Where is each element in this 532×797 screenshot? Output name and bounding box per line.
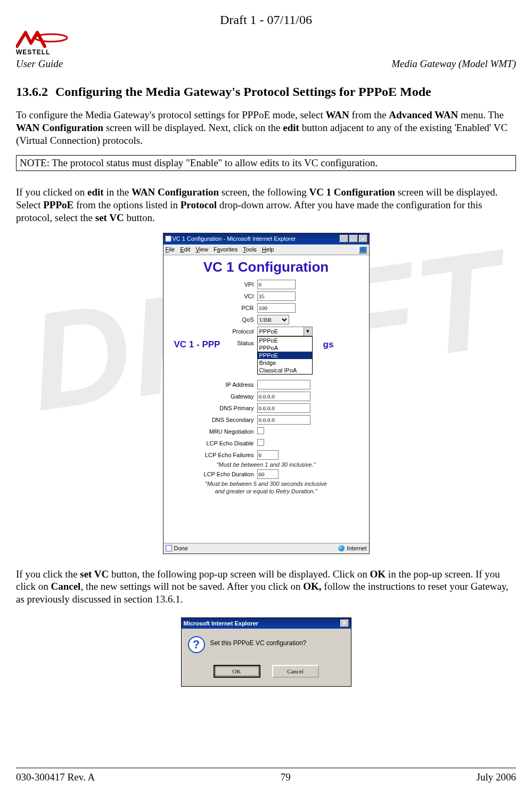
- cancel-button[interactable]: Cancel: [272, 665, 319, 678]
- label-ip: IP Address: [167, 381, 257, 388]
- paragraph-1: To configure the Media Gateway's protoco…: [16, 109, 516, 147]
- label-vci: VCI: [167, 293, 257, 299]
- heading-title: Configuring the Media Gateway's Protocol…: [55, 85, 431, 99]
- ie-window: VC 1 Configuration - Microsoft Internet …: [163, 233, 370, 554]
- protocol-option-selected[interactable]: PPPoE: [258, 352, 312, 359]
- paragraph-3: If you click the set VC button, the foll…: [16, 568, 516, 606]
- minimize-button[interactable]: _: [340, 235, 348, 242]
- heading-number: 13.6.2: [16, 85, 48, 99]
- input-dns1[interactable]: [257, 403, 310, 413]
- menu-tools[interactable]: Tools: [243, 246, 257, 254]
- checkbox-mru[interactable]: [257, 427, 264, 434]
- confirm-popup: Microsoft Internet Explorer × ? Set this…: [181, 617, 351, 687]
- menu-file[interactable]: File: [166, 246, 175, 254]
- brand-block: WESTELL User Guide: [16, 30, 75, 70]
- menu-edit[interactable]: Edit: [180, 246, 190, 254]
- protocol-option[interactable]: Bridge: [258, 359, 312, 367]
- draft-header: Draft 1 - 07/11/06: [16, 13, 516, 27]
- globe-icon: [338, 545, 345, 551]
- user-guide-label: User Guide: [16, 58, 63, 70]
- hint-duration-2: and greater or equal to Retry Duration.": [167, 487, 366, 495]
- footer-rev: 030-300417 Rev. A: [16, 771, 95, 783]
- label-dns2: DNS Secondary: [167, 417, 257, 423]
- maximize-button[interactable]: □: [349, 235, 358, 242]
- menu-view[interactable]: View: [195, 246, 208, 254]
- protocol-option[interactable]: PPPoE: [258, 337, 312, 344]
- done-icon: [166, 545, 172, 551]
- paragraph-2: If you clicked on edit in the WAN Config…: [16, 186, 516, 224]
- popup-close-button[interactable]: ×: [340, 620, 349, 627]
- protocol-option[interactable]: Classical IPoA: [258, 367, 312, 374]
- input-pcr[interactable]: [257, 303, 296, 313]
- footer-page: 79: [281, 771, 291, 783]
- label-mru: MRU Negotiation: [167, 428, 257, 435]
- footer-date: July 2006: [477, 771, 516, 783]
- input-vci[interactable]: [257, 291, 296, 301]
- label-lcp-disable: LCP Echo Disable: [167, 440, 257, 446]
- ok-button[interactable]: OK: [214, 665, 260, 678]
- select-protocol[interactable]: PPPoE▼ PPPoE PPPoA PPPoE Bridge Classica…: [257, 327, 313, 336]
- protocol-option[interactable]: PPPoA: [258, 344, 312, 352]
- page-icon: [165, 235, 171, 242]
- label-lcp-failures: LCP Echo Failures: [167, 452, 257, 458]
- protocol-dropdown-list[interactable]: PPPoE PPPoA PPPoE Bridge Classical IPoA: [257, 336, 313, 375]
- checkbox-lcp-disable[interactable]: [257, 439, 264, 446]
- status-bar: Done Internet: [163, 543, 369, 554]
- note-box: NOTE: The protocol status must display "…: [16, 155, 516, 171]
- status-done: Done: [174, 545, 188, 551]
- vc-subtitle-overlay: VC 1 - PPPgs: [174, 339, 220, 350]
- menu-favorites[interactable]: Favorites: [214, 246, 238, 254]
- input-lcp-duration[interactable]: [257, 469, 279, 479]
- menu-help[interactable]: Help: [262, 246, 274, 254]
- brand-text: WESTELL: [16, 48, 50, 56]
- label-lcp-duration: LCP Echo Duration: [167, 471, 257, 477]
- ie-flag-icon: 🟦: [358, 246, 367, 254]
- question-icon: ?: [188, 636, 205, 653]
- window-title: VC 1 Configuration - Microsoft Internet …: [171, 235, 340, 242]
- hint-duration-1: "Must be between 5 and 300 seconds inclu…: [167, 480, 366, 487]
- input-vpi[interactable]: [257, 280, 296, 289]
- label-gateway: Gateway: [167, 393, 257, 400]
- label-dns1: DNS Primary: [167, 405, 257, 411]
- popup-message: Set this PPPoE VC configuration?: [210, 636, 307, 647]
- input-gateway[interactable]: [257, 392, 310, 401]
- browser-body: VC 1 Configuration VC 1 - PPPgs VPI VCI …: [163, 255, 369, 543]
- input-ip[interactable]: [257, 380, 310, 389]
- vc-title: VC 1 Configuration: [167, 260, 366, 274]
- select-qos[interactable]: UBR: [257, 315, 289, 324]
- label-qos: QoS: [167, 316, 257, 323]
- close-button[interactable]: ×: [359, 235, 367, 242]
- hint-failures: "Must be between 1 and 30 inclusive.": [167, 461, 366, 468]
- menu-bar[interactable]: File Edit View Favorites Tools Help 🟦: [163, 245, 369, 255]
- chevron-down-icon[interactable]: ▼: [304, 327, 312, 336]
- label-vpi: VPI: [167, 281, 257, 288]
- status-zone: Internet: [347, 545, 366, 551]
- label-protocol: Protocol: [167, 328, 257, 335]
- popup-titlebar[interactable]: Microsoft Internet Explorer ×: [182, 618, 351, 629]
- protocol-selected: PPPoE: [259, 328, 278, 335]
- section-heading: 13.6.2 Configuring the Media Gateway's P…: [16, 85, 516, 99]
- label-pcr: PCR: [167, 305, 257, 311]
- popup-title: Microsoft Internet Explorer: [184, 620, 340, 627]
- model-label: Media Gateway (Model WMT): [391, 58, 516, 70]
- page-footer: 030-300417 Rev. A 79 July 2006: [16, 768, 516, 783]
- window-titlebar[interactable]: VC 1 Configuration - Microsoft Internet …: [163, 233, 369, 245]
- input-dns2[interactable]: [257, 415, 310, 425]
- westell-logo-icon: [16, 30, 75, 50]
- input-lcp-failures[interactable]: [257, 450, 279, 460]
